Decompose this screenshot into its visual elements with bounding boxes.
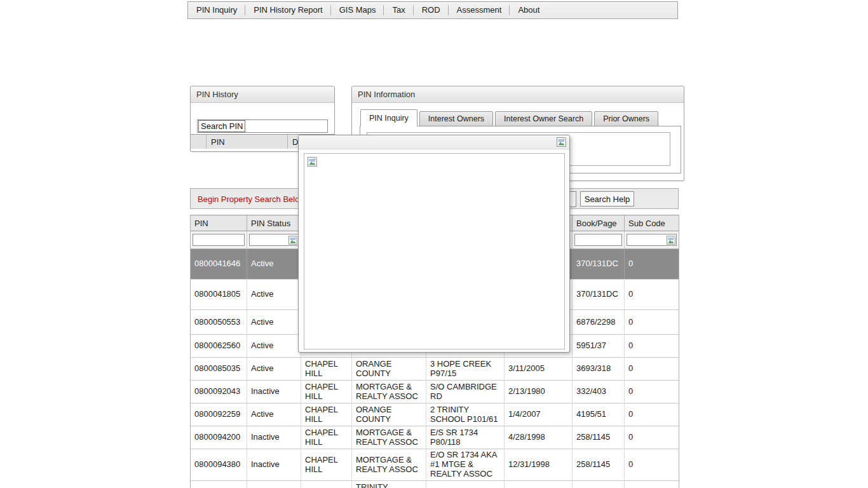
- table-cell[interactable]: 12/31/1998: [505, 449, 573, 480]
- table-cell[interactable]: [247, 481, 301, 488]
- nav-item-pin-history-report[interactable]: PIN History Report: [245, 2, 330, 18]
- table-cell[interactable]: 0800062560: [191, 335, 247, 357]
- table-cell[interactable]: MORTGAGE & REALTY ASSOC: [352, 381, 426, 403]
- table-cell[interactable]: 332/403: [573, 381, 625, 403]
- table-cell[interactable]: 0: [625, 403, 679, 426]
- pin-information-tabs: PIN InquiryInterest OwnersInterest Owner…: [360, 109, 660, 126]
- table-cell[interactable]: 4/28/1998: [505, 426, 573, 449]
- popup-dialog-titlebar[interactable]: [299, 135, 569, 149]
- broken-image-icon: [308, 157, 317, 166]
- table-row[interactable]: 0800094380InactiveCHAPEL HILLMORTGAGE & …: [191, 449, 679, 481]
- column-header-book-page[interactable]: Book/Page: [573, 215, 625, 231]
- table-cell[interactable]: 0800050553: [191, 310, 247, 334]
- table-cell[interactable]: Active: [247, 280, 301, 309]
- table-cell[interactable]: 0800041805: [191, 280, 247, 309]
- search-pin-input[interactable]: Search PIN: [197, 119, 328, 133]
- filter-cell-pin-status: [247, 231, 301, 248]
- nav-item-pin-inquiry[interactable]: PIN Inquiry: [188, 2, 245, 18]
- table-row[interactable]: TRINITY SCHOOL: [191, 481, 679, 488]
- table-cell[interactable]: 0800085035: [191, 358, 247, 380]
- column-header-sub-code[interactable]: Sub Code: [625, 215, 679, 231]
- tab-pin-inquiry[interactable]: PIN Inquiry: [360, 109, 417, 126]
- table-cell[interactable]: 258/1145: [573, 449, 625, 480]
- pin-history-column-header-blank[interactable]: [191, 135, 207, 149]
- table-cell[interactable]: 0800041646: [191, 249, 247, 279]
- table-cell[interactable]: 0: [625, 335, 679, 357]
- table-cell[interactable]: 0800092043: [191, 381, 247, 403]
- table-row[interactable]: 0800085035ActiveCHAPEL HILLORANGE COUNTY…: [191, 358, 679, 381]
- table-cell[interactable]: CHAPEL HILL: [301, 381, 352, 403]
- nav-item-gis-maps[interactable]: GIS Maps: [331, 2, 384, 18]
- table-cell[interactable]: 0: [625, 358, 679, 380]
- table-cell[interactable]: 2 TRINITY SCHOOL P101/61: [426, 403, 505, 426]
- search-prompt: Begin Property Search Below:: [198, 194, 308, 204]
- table-cell[interactable]: 0: [625, 249, 679, 279]
- table-cell[interactable]: MORTGAGE & REALTY ASSOC: [352, 426, 426, 449]
- nav-item-tax[interactable]: Tax: [384, 2, 413, 18]
- table-cell[interactable]: 258/1145: [573, 426, 625, 449]
- table-cell[interactable]: CHAPEL HILL: [301, 449, 352, 480]
- table-cell[interactable]: 370/131DC: [573, 249, 625, 279]
- table-row[interactable]: 0800092043InactiveCHAPEL HILLMORTGAGE & …: [191, 381, 679, 403]
- table-cell[interactable]: 0: [625, 280, 679, 309]
- table-cell[interactable]: [573, 481, 625, 488]
- table-cell[interactable]: MORTGAGE & REALTY ASSOC: [352, 449, 426, 480]
- filter-input-pin[interactable]: [193, 234, 245, 246]
- table-cell[interactable]: S/O CAMBRIDGE RD: [426, 381, 505, 403]
- table-cell[interactable]: Active: [247, 310, 301, 334]
- filter-input-sub-code[interactable]: [627, 234, 677, 246]
- table-cell[interactable]: 0: [625, 426, 679, 449]
- table-cell[interactable]: 0: [625, 310, 679, 334]
- table-cell[interactable]: 3 HOPE CREEK P97/15: [426, 358, 505, 380]
- table-cell[interactable]: [505, 481, 573, 488]
- table-cell[interactable]: Active: [247, 403, 301, 426]
- tab-prior-owners[interactable]: Prior Owners: [594, 111, 658, 126]
- table-cell[interactable]: 0800094200: [191, 426, 247, 449]
- table-cell[interactable]: 2/13/1980: [505, 381, 573, 403]
- table-row[interactable]: 0800092259ActiveCHAPEL HILLORANGE COUNTY…: [191, 403, 679, 426]
- tab-interest-owner-search[interactable]: Interest Owner Search: [495, 111, 592, 126]
- popup-dialog-content: [304, 153, 565, 349]
- broken-image-icon: [557, 137, 566, 147]
- column-header-pin-status[interactable]: PIN Status: [247, 215, 301, 231]
- table-cell[interactable]: 0: [625, 449, 679, 480]
- table-cell[interactable]: CHAPEL HILL: [301, 358, 352, 380]
- table-cell[interactable]: Inactive: [247, 426, 301, 449]
- table-cell[interactable]: [191, 481, 247, 488]
- table-cell[interactable]: CHAPEL HILL: [301, 426, 352, 449]
- table-cell[interactable]: [625, 481, 679, 488]
- table-cell[interactable]: 0800094380: [191, 449, 247, 480]
- table-cell[interactable]: [301, 481, 352, 488]
- table-cell[interactable]: CHAPEL HILL: [301, 403, 352, 426]
- table-cell[interactable]: Active: [247, 249, 301, 279]
- table-cell[interactable]: E/O SR 1734 AKA #1 MTGE & REALTY ASSOC: [426, 449, 505, 480]
- table-cell[interactable]: Inactive: [247, 381, 301, 403]
- table-cell[interactable]: ORANGE COUNTY: [352, 403, 426, 426]
- nav-item-about[interactable]: About: [510, 2, 548, 18]
- table-cell[interactable]: 4195/51: [573, 403, 625, 426]
- table-cell[interactable]: [426, 481, 505, 488]
- table-cell[interactable]: Active: [247, 358, 301, 380]
- nav-item-rod[interactable]: ROD: [414, 2, 449, 18]
- table-cell[interactable]: 3/11/2005: [505, 358, 573, 380]
- filter-input-book-page[interactable]: [574, 234, 622, 246]
- table-cell[interactable]: Active: [247, 335, 301, 357]
- table-cell[interactable]: 6876/2298: [573, 310, 625, 334]
- table-cell[interactable]: 370/131DC: [573, 280, 625, 309]
- table-cell[interactable]: 1/4/2007: [505, 403, 573, 426]
- table-cell[interactable]: 3693/318: [573, 358, 625, 380]
- tab-interest-owners[interactable]: Interest Owners: [419, 111, 493, 126]
- table-cell[interactable]: Inactive: [247, 449, 301, 480]
- filter-input-pin-status[interactable]: [249, 234, 299, 246]
- table-cell[interactable]: TRINITY SCHOOL: [352, 481, 426, 488]
- table-cell[interactable]: 0: [625, 381, 679, 403]
- table-cell[interactable]: ORANGE COUNTY: [352, 358, 426, 380]
- search-help-button[interactable]: Search Help: [580, 191, 634, 207]
- table-cell[interactable]: E/S SR 1734 P80/118: [426, 426, 505, 449]
- column-header-pin[interactable]: PIN: [191, 215, 247, 231]
- table-row[interactable]: 0800094200InactiveCHAPEL HILLMORTGAGE & …: [191, 426, 679, 449]
- table-cell[interactable]: 5951/37: [573, 335, 625, 357]
- nav-item-assessment[interactable]: Assessment: [449, 2, 510, 18]
- table-cell[interactable]: 0800092259: [191, 403, 247, 426]
- pin-history-column-header-pin[interactable]: PIN: [207, 135, 288, 149]
